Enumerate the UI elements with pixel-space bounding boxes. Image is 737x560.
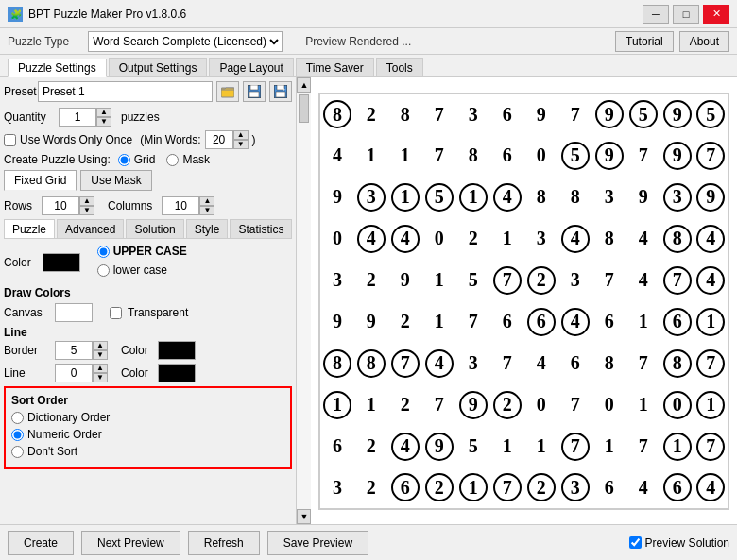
scroll-track[interactable] [297,93,311,509]
dict-order-radio[interactable] [11,412,24,424]
scroll-down-button[interactable]: ▼ [297,509,311,524]
numeric-order-radio[interactable] [11,429,24,441]
border-input[interactable] [55,341,93,360]
table-row: 4 [524,343,558,384]
quantity-up[interactable]: ▲ [96,108,111,117]
quantity-down[interactable]: ▼ [96,117,111,127]
table-row: 4 [626,467,660,509]
table-row: 1 [388,177,422,218]
line-section-label: Line [4,326,27,339]
table-row: 1 [422,301,456,343]
grid-radio[interactable] [118,154,130,166]
border-up[interactable]: ▲ [93,341,108,350]
rows-label: Rows [4,199,32,212]
use-words-checkbox[interactable] [4,134,16,146]
left-panel-scrollbar: ▲ ▼ [296,77,311,524]
table-row: 7 [422,135,456,177]
use-mask-button[interactable]: Use Mask [80,170,151,191]
tutorial-button[interactable]: Tutorial [615,31,674,52]
next-preview-button[interactable]: Next Preview [81,531,180,555]
tab-time-saver[interactable]: Time Saver [296,58,374,76]
canvas-color[interactable] [55,303,93,322]
line-color-swatch[interactable] [158,364,196,382]
line-down[interactable]: ▼ [93,373,108,382]
border-color-swatch[interactable] [158,341,196,360]
columns-up[interactable]: ▲ [199,196,214,206]
maximize-button[interactable]: □ [673,5,699,24]
create-button[interactable]: Create [8,531,74,555]
about-button[interactable]: About [679,31,729,52]
circled-cell: 1 [459,183,488,212]
table-row: 8 [592,218,626,260]
scroll-thumb[interactable] [299,94,309,123]
table-row: 6 [490,135,524,177]
rows-input[interactable] [42,196,79,215]
table-row: 9 [319,177,353,218]
left-panel: Preset + Quantity [0,77,311,524]
min-words-up[interactable]: ▲ [233,130,249,140]
border-row: Border ▲ ▼ Color [4,341,292,360]
close-button[interactable]: ✕ [703,5,729,24]
table-row: 7 [422,93,456,135]
right-panel: 8287369795954117860597979315148839390440… [311,77,737,524]
table-row: 1 [319,384,353,426]
tab-tools[interactable]: Tools [376,58,423,76]
table-row: 8 [456,135,490,177]
sub-tab-solution[interactable]: Solution [126,219,183,238]
scroll-up-button[interactable]: ▲ [297,77,311,93]
circled-cell: 4 [561,308,590,336]
rows-up[interactable]: ▲ [79,196,94,206]
table-row: 9 [354,301,388,343]
min-words-input[interactable] [205,130,233,149]
quantity-input[interactable] [59,108,96,127]
table-row: 2 [354,260,388,301]
upper-case-radio[interactable] [97,246,110,258]
fixed-grid-button[interactable]: Fixed Grid [4,170,77,191]
sub-tab-statistics[interactable]: Statistics [230,219,292,238]
table-row: 3 [592,177,626,218]
table-row: 2 [354,93,388,135]
save-preview-button[interactable]: Save Preview [267,531,368,555]
tab-page-layout[interactable]: Page Layout [209,58,293,76]
table-row: 4 [490,177,524,218]
table-row: 7 [456,301,490,343]
puzzle-type-select[interactable]: Word Search Complete (Licensed) [88,31,283,52]
preset-folder-button[interactable] [216,81,239,102]
lower-case-radio[interactable] [97,264,110,277]
refresh-button[interactable]: Refresh [188,531,260,555]
circled-cell: 3 [357,183,386,212]
tab-puzzle-settings[interactable]: Puzzle Settings [8,59,107,77]
table-row: 5 [456,426,490,467]
preview-solution-checkbox[interactable] [629,536,642,549]
table-row: 7 [490,260,524,301]
preset-saveas-button[interactable]: + [269,81,292,102]
min-words-down[interactable]: ▼ [233,140,249,149]
columns-spinner: ▲ ▼ [162,196,214,215]
minimize-button[interactable]: ─ [643,5,669,24]
border-down[interactable]: ▼ [93,350,108,360]
tab-output-settings[interactable]: Output Settings [109,58,208,76]
dont-sort-radio[interactable] [11,446,24,458]
table-row: 0 [592,384,626,426]
transparent-checkbox[interactable] [110,307,122,319]
table-row: 7 [694,135,728,177]
sub-tab-puzzle[interactable]: Puzzle [4,219,55,238]
mask-radio[interactable] [166,154,179,166]
preset-save-button[interactable] [243,81,266,102]
table-row: 9 [626,177,660,218]
rows-down[interactable]: ▼ [79,206,94,215]
circled-cell: 5 [561,142,590,170]
line-input[interactable] [55,364,93,382]
sub-tab-advanced[interactable]: Advanced [57,219,124,238]
columns-down[interactable]: ▼ [199,206,214,215]
columns-input[interactable] [162,196,199,215]
line-val-label: Line [4,366,49,380]
table-row: 8 [354,343,388,384]
circled-cell: 7 [561,433,590,461]
color-swatch[interactable] [43,253,80,272]
table-row: 4 [694,218,728,260]
preset-input[interactable] [38,81,213,102]
line-up[interactable]: ▲ [93,364,108,373]
sub-tab-style[interactable]: Style [186,219,229,238]
use-words-row: Use Words Only Once (Min Words: ▲ ▼ ) [4,130,292,149]
